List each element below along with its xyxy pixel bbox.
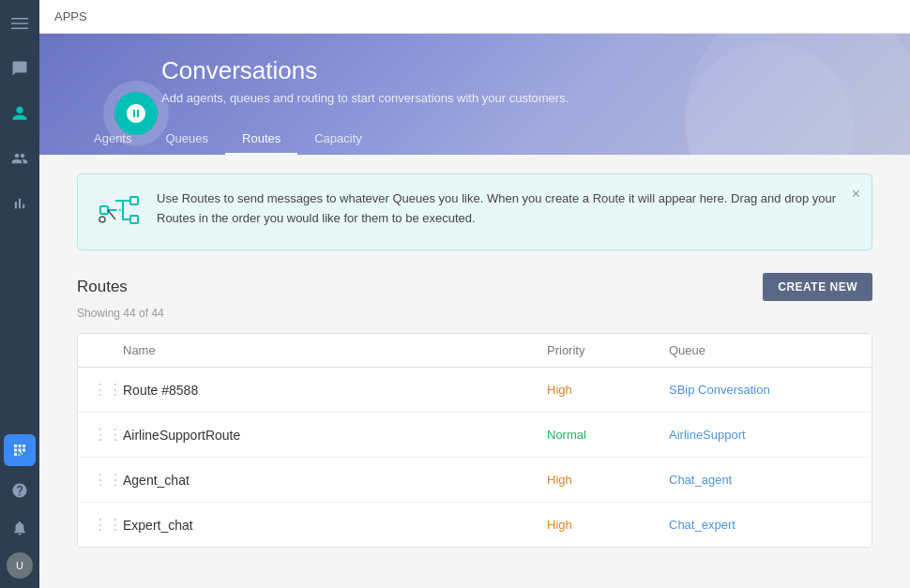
- info-banner-text: Use Routes to send messages to whatever …: [157, 189, 853, 229]
- chat-icon[interactable]: [6, 54, 34, 83]
- showing-count: Showing 44 of 44: [77, 307, 872, 320]
- route-queue: Chat_expert: [669, 518, 857, 532]
- svg-rect-0: [11, 18, 28, 20]
- table-row: ⋮⋮ Expert_chat High Chat_expert: [78, 503, 872, 547]
- svg-line-9: [108, 210, 115, 219]
- tab-capacity[interactable]: Capacity: [297, 124, 379, 155]
- person-icon[interactable]: [6, 99, 34, 128]
- tab-routes[interactable]: Routes: [225, 124, 297, 155]
- route-queue: SBip Conversation: [669, 383, 857, 397]
- svg-rect-5: [130, 216, 138, 223]
- col-queue: Queue: [669, 343, 857, 357]
- user-avatar[interactable]: U: [7, 552, 33, 579]
- info-banner: Use Routes to send messages to whatever …: [77, 173, 872, 250]
- hero-logo: [103, 81, 169, 146]
- menu-icon[interactable]: [6, 9, 34, 38]
- route-queue: AirlineSupport: [669, 428, 857, 442]
- sidebar: U: [0, 0, 39, 588]
- drag-handle-icon[interactable]: ⋮⋮: [93, 471, 123, 489]
- route-name: AirlineSupportRoute: [123, 428, 547, 443]
- main-content: APPS Conversations Add agents, queues an…: [39, 0, 910, 588]
- content-area: Use Routes to send messages to whatever …: [39, 155, 910, 588]
- bell-icon[interactable]: [7, 515, 33, 541]
- route-name: Route #8588: [123, 383, 547, 398]
- table-row: ⋮⋮ Agent_chat High Chat_agent: [78, 458, 872, 503]
- table-row: ⋮⋮ Route #8588 High SBip Conversation: [78, 368, 872, 413]
- add-apps-button[interactable]: [4, 434, 36, 466]
- apps-label: APPS: [54, 9, 87, 23]
- drag-handle-icon[interactable]: ⋮⋮: [93, 381, 123, 399]
- route-name: Agent_chat: [123, 473, 547, 488]
- close-banner-button[interactable]: ×: [852, 186, 860, 203]
- route-queue: Chat_agent: [669, 473, 857, 487]
- route-name: Expert_chat: [123, 518, 547, 533]
- drag-handle-icon[interactable]: ⋮⋮: [93, 516, 123, 534]
- col-priority: Priority: [547, 343, 669, 357]
- svg-rect-1: [11, 23, 28, 24]
- route-priority: High: [547, 473, 669, 487]
- create-new-button[interactable]: CREATE NEW: [763, 273, 872, 301]
- routes-icon: [97, 189, 142, 234]
- table-header: Name Priority Queue: [78, 334, 872, 368]
- drag-handle-icon[interactable]: ⋮⋮: [93, 426, 123, 444]
- section-header: Routes CREATE NEW: [77, 273, 872, 301]
- svg-rect-2: [11, 28, 28, 30]
- routes-table: Name Priority Queue ⋮⋮ Route #8588 High …: [77, 333, 872, 548]
- hero-section: Conversations Add agents, queues and rou…: [39, 34, 910, 155]
- svg-rect-4: [130, 197, 138, 204]
- route-priority: High: [547, 383, 669, 397]
- group-icon[interactable]: [6, 144, 34, 173]
- svg-point-8: [99, 217, 105, 222]
- route-priority: High: [547, 518, 669, 532]
- bar-chart-icon[interactable]: [6, 189, 34, 218]
- table-header-drag: [93, 343, 123, 357]
- section-title: Routes: [77, 278, 128, 296]
- col-name: Name: [123, 343, 547, 357]
- help-icon[interactable]: [7, 477, 33, 504]
- header-bar: APPS: [39, 0, 910, 34]
- route-priority: Normal: [547, 428, 669, 442]
- svg-rect-3: [100, 206, 108, 214]
- table-row: ⋮⋮ AirlineSupportRoute Normal AirlineSup…: [78, 413, 872, 458]
